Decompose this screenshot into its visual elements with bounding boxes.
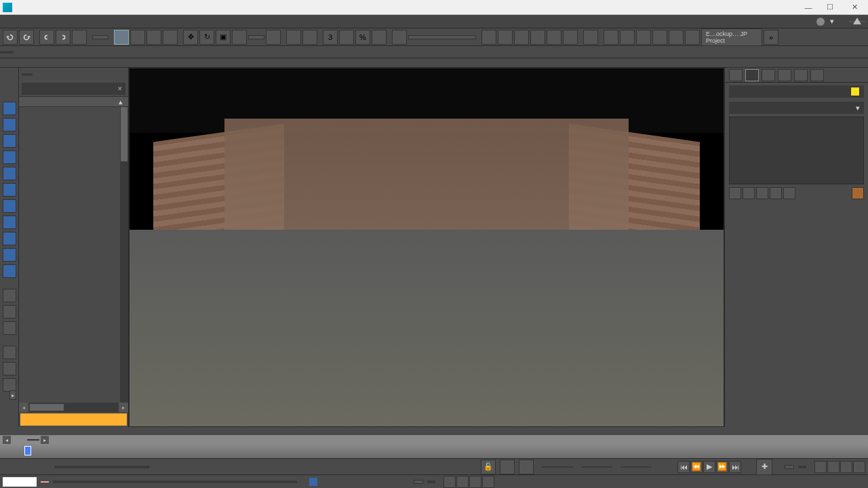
ribbon-tab-modeling[interactable] xyxy=(0,51,14,54)
use-pivot-button[interactable] xyxy=(266,30,281,45)
expand-panel-handle[interactable]: ▸ xyxy=(9,390,16,400)
play-button[interactable]: ▶ xyxy=(703,461,715,473)
scene-search-input[interactable]: ✕ xyxy=(22,83,125,95)
layer-explorer-button[interactable] xyxy=(514,30,529,45)
transform-typein-button[interactable] xyxy=(519,460,534,474)
viewport-perspective[interactable] xyxy=(129,68,724,427)
bind-button[interactable] xyxy=(72,30,87,45)
render-cloud-button[interactable] xyxy=(685,30,700,45)
display-all-button[interactable] xyxy=(3,289,16,302)
ref-coord-dropdown[interactable] xyxy=(248,35,264,39)
nav-zoomall-button[interactable] xyxy=(827,461,840,473)
key-filter-dropdown[interactable] xyxy=(798,466,806,468)
scene-object-list[interactable] xyxy=(19,107,128,403)
selection-filter-dropdown[interactable] xyxy=(92,35,108,39)
modifier-stack[interactable] xyxy=(729,117,864,184)
display-none-button[interactable] xyxy=(3,305,16,319)
nav-maximize-button[interactable] xyxy=(482,476,494,488)
keyboard-shortcut-button[interactable] xyxy=(302,30,317,45)
display-invert-button[interactable] xyxy=(3,321,16,335)
mirror-button[interactable] xyxy=(481,30,496,45)
nav-zoom-button[interactable] xyxy=(814,461,827,473)
menu-tools[interactable] xyxy=(24,20,35,23)
menu-group[interactable] xyxy=(35,20,46,23)
nav-orbit-button[interactable] xyxy=(469,476,481,488)
user-account[interactable]: ▾ xyxy=(812,17,838,26)
sort-flat-button[interactable] xyxy=(3,378,16,392)
scene-tab-select[interactable] xyxy=(22,73,33,76)
schematic-view-button[interactable] xyxy=(563,30,578,45)
render-iterative-button[interactable] xyxy=(652,30,667,45)
scene-scrollbar-h[interactable]: ◂ ▸ xyxy=(19,403,128,412)
scene-layer-footer[interactable] xyxy=(20,413,127,426)
scroll-right-icon[interactable]: ▸ xyxy=(119,403,128,412)
display-helpers-button[interactable] xyxy=(3,167,16,180)
object-color-swatch[interactable] xyxy=(850,87,860,96)
menu-scripting[interactable] xyxy=(133,20,144,23)
placement-button[interactable] xyxy=(232,30,247,45)
scale-button[interactable]: ▣ xyxy=(216,30,231,45)
clear-search-icon[interactable]: ✕ xyxy=(117,85,123,92)
menu-edit[interactable] xyxy=(14,20,24,23)
nav-zoomextentsall-button[interactable] xyxy=(853,461,865,473)
prev-key-button[interactable]: ⏪ xyxy=(690,461,703,473)
spinner-snap-button[interactable] xyxy=(372,30,387,45)
key-mode-button[interactable]: ✚ xyxy=(756,459,772,475)
keyfilters-button[interactable] xyxy=(427,481,435,483)
rotate-button[interactable]: ↻ xyxy=(199,30,214,45)
configure-sets-button[interactable] xyxy=(783,187,795,199)
nav-fov-button[interactable] xyxy=(443,476,456,488)
viewport-label[interactable] xyxy=(132,70,135,71)
display-tab[interactable] xyxy=(794,69,808,81)
display-lights-button[interactable] xyxy=(3,134,16,148)
display-spacewarps-button[interactable] xyxy=(3,183,16,197)
display-shapes-button[interactable] xyxy=(3,118,16,131)
material-editor-button[interactable] xyxy=(583,30,598,45)
edit-named-sel-button[interactable] xyxy=(392,30,407,45)
next-frame-icon[interactable]: ▸ xyxy=(41,436,49,444)
menu-rendering[interactable] xyxy=(100,20,111,23)
modifier-list-dropdown[interactable]: ▾ xyxy=(729,102,864,114)
utilities-tab[interactable] xyxy=(810,69,824,81)
menu-grapheditors[interactable] xyxy=(90,20,100,23)
close-button[interactable]: ✕ xyxy=(844,1,865,14)
named-selection-dropdown[interactable] xyxy=(408,35,476,39)
align-button[interactable] xyxy=(498,30,513,45)
menu-create[interactable] xyxy=(57,20,68,23)
ribbon-tab-selection[interactable] xyxy=(27,51,41,54)
menu-modifiers[interactable] xyxy=(68,20,79,23)
curve-editor-button[interactable] xyxy=(547,30,561,45)
move-button[interactable]: ✥ xyxy=(183,30,198,45)
prev-frame-icon[interactable]: ◂ xyxy=(3,436,11,444)
goto-end-button[interactable]: ⏭ xyxy=(729,461,741,473)
ribbon-tab-populate[interactable] xyxy=(54,51,68,54)
nav-pan-button[interactable] xyxy=(456,476,469,488)
selection-lock-button[interactable]: 🔓 xyxy=(481,460,496,474)
redo-button[interactable] xyxy=(19,30,34,45)
scene-tab-edit[interactable] xyxy=(43,73,54,76)
scene-tab-display[interactable] xyxy=(33,73,43,76)
make-unique-button[interactable] xyxy=(756,187,768,199)
link-button[interactable] xyxy=(39,30,54,45)
pin-stack-button[interactable] xyxy=(729,187,741,199)
display-containers-button[interactable] xyxy=(3,248,16,262)
time-slider-knob[interactable] xyxy=(27,439,39,441)
modify-tab[interactable] xyxy=(745,69,759,81)
overflow-button[interactable]: » xyxy=(764,30,778,45)
maximize-button[interactable]: ☐ xyxy=(819,1,841,14)
menu-arnold[interactable] xyxy=(165,20,176,23)
ribbon-tab-freeform[interactable] xyxy=(14,51,27,54)
render-setup-button[interactable] xyxy=(604,30,618,45)
nav-zoomextents-button[interactable] xyxy=(840,461,852,473)
goto-start-button[interactable]: ⏮ xyxy=(677,461,690,473)
window-crossing-button[interactable] xyxy=(163,30,178,45)
select-manipulate-button[interactable] xyxy=(286,30,301,45)
y-coord-input[interactable] xyxy=(581,466,612,468)
workspace-dropdown[interactable] xyxy=(849,21,865,22)
snap-toggle-button[interactable]: 3 xyxy=(323,30,338,45)
percent-snap-button[interactable]: % xyxy=(355,30,370,45)
unlink-button[interactable] xyxy=(56,30,71,45)
modifier-sets-button[interactable] xyxy=(852,187,864,199)
menu-views[interactable] xyxy=(46,20,57,23)
menu-customize[interactable] xyxy=(122,20,133,23)
